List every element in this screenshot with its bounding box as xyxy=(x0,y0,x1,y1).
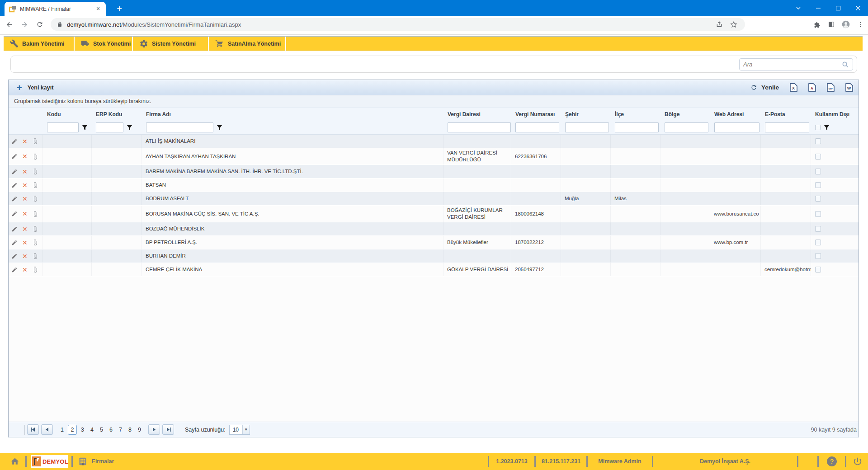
edit-pencil-icon[interactable] xyxy=(11,226,18,233)
export-excel-icon[interactable]: X xyxy=(790,83,797,92)
edit-pencil-icon[interactable] xyxy=(11,195,18,202)
filter-funnel-icon[interactable] xyxy=(82,125,88,131)
firm-row[interactable]: ✕ATLI İŞ MAKİNALARI xyxy=(9,135,859,148)
filter-funnel-icon[interactable] xyxy=(824,125,830,131)
delete-x-icon[interactable]: ✕ xyxy=(22,266,28,273)
edit-pencil-icon[interactable] xyxy=(11,153,18,160)
column-header-bolge[interactable]: Bölge xyxy=(660,111,710,118)
delete-x-icon[interactable]: ✕ xyxy=(22,138,28,145)
search-icon[interactable] xyxy=(842,61,849,68)
menu-item-satinalma-yonetimi[interactable]: SatınAlma Yönetimi xyxy=(209,37,286,51)
delete-x-icon[interactable]: ✕ xyxy=(22,253,28,260)
menu-item-bakim-yonetimi[interactable]: Bakım Yönetimi xyxy=(4,37,75,51)
column-header-eposta[interactable]: E-Posta xyxy=(761,111,811,118)
firm-row[interactable]: ✕BOZDAĞ MÜHENDİSLİK xyxy=(9,222,859,236)
page-number-3[interactable]: 3 xyxy=(79,427,86,433)
edit-pencil-icon[interactable] xyxy=(11,266,18,273)
url-bar[interactable]: demyol.mimware.net/Modules/SistemYonetim… xyxy=(51,18,745,31)
back-button[interactable] xyxy=(3,18,15,31)
search-input[interactable] xyxy=(740,61,842,68)
forward-button[interactable] xyxy=(18,18,31,31)
column-header-sehir[interactable]: Şehir xyxy=(561,111,611,118)
page-number-8[interactable]: 8 xyxy=(126,427,134,433)
filter-input-bolge[interactable] xyxy=(665,122,708,132)
kullanim-disi-checkbox[interactable] xyxy=(815,267,821,273)
tab-search-icon[interactable] xyxy=(788,0,808,16)
column-header-kodu[interactable]: Kodu xyxy=(43,111,92,118)
group-drop-zone[interactable]: Gruplamak istediğiniz kolonu buraya sürü… xyxy=(9,95,859,108)
attachment-paperclip-icon[interactable] xyxy=(32,153,38,160)
firm-row[interactable]: ✕AYHAN TAŞKIRAN AYHAN TAŞKIRANVAN VERGİ … xyxy=(9,148,859,165)
page-number-1[interactable]: 1 xyxy=(58,427,66,433)
menu-dots-icon[interactable] xyxy=(854,18,867,31)
attachment-paperclip-icon[interactable] xyxy=(32,239,38,246)
new-record-button[interactable]: + Yeni kayıt xyxy=(17,84,53,92)
attachment-paperclip-icon[interactable] xyxy=(32,266,38,273)
delete-x-icon[interactable]: ✕ xyxy=(22,153,28,160)
attachment-paperclip-icon[interactable] xyxy=(32,182,38,189)
firm-row[interactable]: ✕CEMRE ÇELİK MAKİNAGÖKALP VERGİ DAİRESİ2… xyxy=(9,263,859,277)
export-pdf-icon[interactable]: A xyxy=(808,83,816,92)
export-word-icon[interactable]: W xyxy=(845,83,853,92)
filter-input-web[interactable] xyxy=(714,122,760,132)
filter-input-ilce[interactable] xyxy=(615,122,659,132)
home-icon[interactable] xyxy=(10,457,20,466)
filter-input-vergi_no[interactable] xyxy=(515,122,559,132)
next-page-button[interactable] xyxy=(148,424,160,435)
attachment-paperclip-icon[interactable] xyxy=(32,210,38,217)
kullanim-disi-checkbox[interactable] xyxy=(815,154,821,160)
last-page-button[interactable] xyxy=(162,424,174,435)
page-number-2[interactable]: 2 xyxy=(68,425,77,435)
bookmark-star-icon[interactable] xyxy=(727,18,741,31)
attachment-paperclip-icon[interactable] xyxy=(32,226,38,233)
delete-x-icon[interactable]: ✕ xyxy=(22,168,28,175)
power-icon[interactable] xyxy=(853,456,863,466)
kullanim-disi-checkbox[interactable] xyxy=(815,196,821,202)
demyol-logo[interactable]: DEMYOL xyxy=(31,455,68,468)
firm-row[interactable]: ✕BORUSAN MAKİNA GÜÇ SİS. SAN. VE TİC A.Ş… xyxy=(9,206,859,222)
new-tab-button[interactable]: + xyxy=(114,4,125,14)
reload-button[interactable] xyxy=(33,18,46,31)
firm-row[interactable]: ✕BAREM MAKİNA BAREM MAKİNA SAN. İTH. İHR… xyxy=(9,165,859,179)
filter-funnel-icon[interactable] xyxy=(127,125,132,131)
prev-page-button[interactable] xyxy=(41,424,53,435)
share-icon[interactable] xyxy=(712,18,726,31)
window-maximize-button[interactable] xyxy=(828,0,848,16)
kullanim-disi-checkbox[interactable] xyxy=(815,211,821,217)
filter-input-eposta[interactable] xyxy=(765,122,809,132)
delete-x-icon[interactable]: ✕ xyxy=(22,226,28,233)
attachment-paperclip-icon[interactable] xyxy=(32,168,38,175)
help-icon[interactable]: ? xyxy=(827,456,837,466)
filter-input-kodu[interactable] xyxy=(47,122,79,132)
page-number-6[interactable]: 6 xyxy=(107,427,115,433)
extensions-icon[interactable] xyxy=(810,18,824,31)
refresh-label[interactable]: Yenile xyxy=(761,84,779,91)
filter-input-firma[interactable] xyxy=(146,122,213,132)
firm-row[interactable]: ✕BATSAN xyxy=(9,179,859,192)
attachment-paperclip-icon[interactable] xyxy=(32,195,38,202)
attachment-paperclip-icon[interactable] xyxy=(32,253,38,260)
attachment-paperclip-icon[interactable] xyxy=(32,138,38,145)
kullanim-disi-checkbox[interactable] xyxy=(815,253,821,259)
edit-pencil-icon[interactable] xyxy=(11,182,18,189)
column-header-vergi_dairesi[interactable]: Vergi Dairesi xyxy=(443,111,511,118)
delete-x-icon[interactable]: ✕ xyxy=(22,210,28,217)
edit-pencil-icon[interactable] xyxy=(11,253,18,260)
profile-avatar[interactable] xyxy=(839,18,853,31)
kullanim-disi-checkbox[interactable] xyxy=(815,138,821,144)
delete-x-icon[interactable]: ✕ xyxy=(22,195,28,202)
side-panel-icon[interactable] xyxy=(825,18,838,31)
delete-x-icon[interactable]: ✕ xyxy=(22,239,28,246)
filter-input-sehir[interactable] xyxy=(565,122,609,132)
filter-input-erp[interactable] xyxy=(96,122,123,132)
column-header-ilce[interactable]: İlçe xyxy=(611,111,660,118)
export-csv-icon[interactable]: csv xyxy=(827,83,835,92)
page-number-5[interactable]: 5 xyxy=(98,427,105,433)
window-close-button[interactable] xyxy=(848,0,868,16)
kullanim-disi-checkbox[interactable] xyxy=(815,240,821,245)
first-page-button[interactable] xyxy=(27,424,39,435)
edit-pencil-icon[interactable] xyxy=(11,138,18,145)
page-length-dropdown[interactable]: 10 ▼ xyxy=(229,425,250,435)
firm-row[interactable]: ✕BODRUM ASFALTMuğlaMilas xyxy=(9,192,859,206)
menu-item-sistem-yonetimi[interactable]: Sistem Yönetimi xyxy=(133,37,209,51)
